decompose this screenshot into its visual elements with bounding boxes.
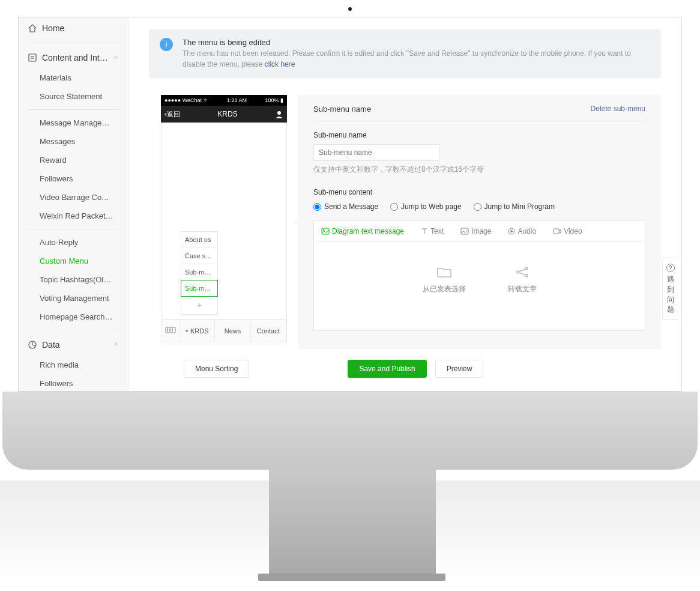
- sidebar-item-homepagesearch[interactable]: Homepage Search…: [19, 308, 128, 326]
- sidebar-item-hashtags[interactable]: Topic Hashtags(Ol…: [19, 270, 128, 289]
- svg-point-17: [517, 271, 519, 273]
- detail-panel: Sub-menu name Delete sub-menu Sub-menu n…: [298, 95, 661, 349]
- svg-point-11: [172, 330, 172, 331]
- feedback-label: 遇到问题: [665, 274, 675, 315]
- menu-news[interactable]: News: [215, 320, 250, 342]
- folder-icon: [436, 266, 452, 278]
- tab-diagram[interactable]: Diagram text message: [321, 227, 404, 235]
- back-label: 返回: [167, 110, 180, 119]
- help-icon: ?: [666, 264, 675, 272]
- preview-button[interactable]: Preview: [435, 360, 484, 378]
- radio-send-message[interactable]: Send a Message: [313, 202, 378, 211]
- tab-image[interactable]: Image: [460, 227, 491, 235]
- submenu-popup: About us Case stu… Sub-me… Sub-me… +: [181, 231, 218, 315]
- sidebar-item-msgmanage[interactable]: Message Manage…: [19, 114, 128, 132]
- svg-point-7: [169, 329, 170, 329]
- sidebar-item-source[interactable]: Source Statement: [19, 87, 128, 106]
- name-hint: 仅支持中英文和数字，字数不超过8个汉字或16个字母: [313, 165, 645, 175]
- phone-preview: ●●●●● WeChat ᯤ 1:21 AM 100% ▮ ‹ 返回 KRDS: [161, 95, 287, 342]
- sidebar-item-redpacket[interactable]: Weixin Red Packet…: [19, 207, 128, 225]
- phone-nav: ‹ 返回 KRDS: [161, 106, 287, 123]
- sidebar-item-richmedia[interactable]: Rich media: [19, 356, 128, 374]
- sidebar-item-followers[interactable]: Followers: [19, 169, 128, 188]
- monitor-stand: [269, 470, 436, 575]
- alert-title: The menu is being edited: [183, 38, 650, 47]
- sidebar-item-messages[interactable]: Messages: [19, 132, 128, 151]
- footer-buttons: Menu Sorting Save and Publish Preview: [184, 360, 661, 378]
- phone-time: 1:21 AM: [209, 97, 265, 103]
- panel-title: Sub-menu name: [313, 105, 371, 114]
- tab-video[interactable]: Video: [553, 227, 582, 235]
- monitor-base: [2, 392, 698, 470]
- name-label: Sub-menu name: [313, 131, 645, 139]
- sidebar-content-interaction[interactable]: Content and Int…: [19, 47, 128, 68]
- sidebar-item-custommenu[interactable]: Custom Menu: [19, 252, 128, 270]
- content-label: Sub-menu content: [313, 188, 645, 196]
- save-publish-button[interactable]: Save and Publish: [348, 360, 426, 378]
- svg-rect-0: [29, 54, 36, 61]
- picker-repost[interactable]: 转载文章: [508, 266, 537, 294]
- home-label: Home: [42, 23, 64, 33]
- camera-dot: [348, 7, 352, 11]
- content-label: Content and Int…: [42, 53, 108, 62]
- submenu-add-button[interactable]: +: [181, 296, 217, 315]
- tab-text[interactable]: Text: [421, 227, 444, 235]
- phone-menu-bar: KRDS News Contact: [161, 320, 287, 342]
- tab-audio[interactable]: Audio: [508, 227, 536, 235]
- svg-point-18: [525, 267, 528, 270]
- radio-jump-web[interactable]: Jump to Web page: [390, 202, 462, 211]
- panel-pointer: [294, 217, 298, 227]
- alert-desc: The menu has not been released. Please c…: [183, 48, 650, 70]
- submenu-about[interactable]: About us: [181, 232, 217, 248]
- data-label: Data: [42, 340, 60, 350]
- menu-contact[interactable]: Contact: [251, 320, 286, 342]
- sidebar-item-followers2[interactable]: Followers: [19, 374, 128, 392]
- submenu-case[interactable]: Case stu…: [181, 248, 217, 264]
- svg-line-21: [519, 273, 525, 275]
- sidebar-item-autoreply[interactable]: Auto-Reply: [19, 233, 128, 252]
- svg-point-6: [167, 329, 167, 329]
- sidebar-item-materials[interactable]: Materials: [19, 68, 128, 87]
- svg-line-20: [519, 269, 525, 271]
- submenu-sub1[interactable]: Sub-me…: [181, 264, 217, 280]
- info-alert: i The menu is being edited The menu has …: [149, 29, 661, 78]
- content-icon: [28, 53, 37, 62]
- screen: Home Content and Int… Materials Source S…: [18, 17, 682, 392]
- picker-select-published[interactable]: 从已发表选择: [423, 266, 466, 294]
- chevron-up-icon: [113, 55, 119, 61]
- submenu-sub2-selected[interactable]: Sub-me…: [181, 280, 218, 297]
- svg-point-9: [167, 330, 167, 331]
- home-icon: [28, 23, 37, 33]
- phone-status-bar: ●●●●● WeChat ᯤ 1:21 AM 100% ▮: [161, 95, 287, 106]
- submenu-name-input[interactable]: [313, 144, 439, 161]
- chevron-up-icon: [113, 342, 119, 348]
- delete-submenu-link[interactable]: Delete sub-menu: [591, 105, 645, 114]
- keyboard-icon[interactable]: [161, 320, 180, 342]
- sidebar-item-reward[interactable]: Reward: [19, 151, 128, 169]
- feedback-tab[interactable]: ? 遇到问题: [662, 258, 678, 320]
- sidebar: Home Content and Int… Materials Source S…: [19, 17, 128, 391]
- data-icon: [28, 340, 37, 350]
- monitor-foot: [258, 574, 445, 581]
- content-tabs: Diagram text message Text Image: [314, 221, 645, 242]
- avatar-icon: [275, 110, 283, 118]
- sidebar-home[interactable]: Home: [19, 17, 128, 39]
- svg-point-8: [172, 329, 172, 329]
- content-card: Diagram text message Text Image: [313, 220, 645, 331]
- radio-jump-mini[interactable]: Jump to Mini Program: [474, 202, 555, 211]
- svg-rect-16: [554, 229, 559, 234]
- menu-sorting-button[interactable]: Menu Sorting: [184, 360, 249, 378]
- sidebar-item-barrage[interactable]: Video Barrage Co…: [19, 188, 128, 207]
- svg-point-4: [277, 111, 281, 115]
- disable-menu-link[interactable]: click here: [265, 60, 295, 68]
- content-type-radios: Send a Message Jump to Web page Jump to …: [313, 202, 645, 211]
- sidebar-item-voting[interactable]: Voting Management: [19, 289, 128, 308]
- menu-krds[interactable]: KRDS: [180, 320, 215, 342]
- phone-battery: 100% ▮: [265, 97, 283, 103]
- svg-point-10: [169, 330, 170, 331]
- phone-title: KRDS: [180, 110, 275, 118]
- sidebar-data[interactable]: Data: [19, 334, 128, 356]
- alert-desc-text: The menu has not been released. Please c…: [183, 49, 631, 68]
- share-icon: [514, 266, 530, 278]
- svg-rect-5: [166, 327, 175, 333]
